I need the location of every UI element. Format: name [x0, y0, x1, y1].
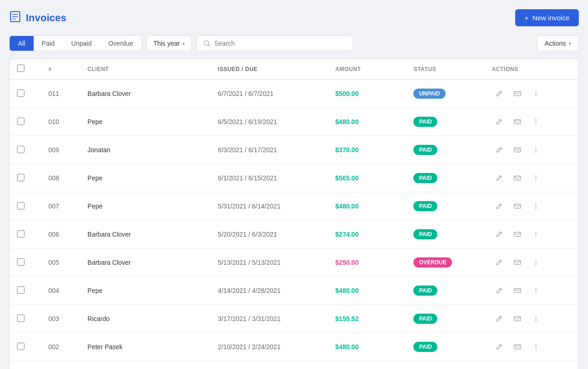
col-status: STATUS [406, 59, 484, 79]
svg-point-8 [535, 91, 536, 92]
edit-icon[interactable] [492, 311, 506, 326]
page-title: Invoices [26, 12, 66, 24]
status-badge: PAID [413, 117, 437, 127]
svg-line-46 [500, 317, 501, 318]
email-icon[interactable] [510, 199, 525, 214]
row-actions [484, 220, 578, 249]
email-icon[interactable] [510, 114, 525, 129]
edit-icon[interactable] [492, 339, 506, 354]
table-row: 005 Barbara Clover 5/13/2021 / 5/13/2021… [10, 249, 578, 277]
row-checkbox[interactable] [17, 258, 24, 266]
email-icon[interactable] [510, 143, 525, 157]
row-checkbox[interactable] [17, 343, 24, 350]
svg-line-51 [500, 345, 501, 346]
row-dates: 6/3/2021 / 6/17/2021 [211, 136, 328, 164]
edit-icon[interactable] [492, 255, 506, 270]
table-row: 008 Pepe 6/1/2021 / 6/15/2021 $565.00 PA… [10, 164, 578, 192]
edit-icon[interactable] [492, 227, 506, 242]
row-checkbox[interactable] [17, 230, 24, 238]
tab-unpaid[interactable]: Unpaid [63, 36, 100, 51]
tab-paid[interactable]: Paid [34, 36, 63, 51]
edit-icon[interactable] [492, 283, 506, 298]
svg-point-24 [535, 178, 536, 179]
more-icon[interactable] [529, 86, 543, 101]
row-amount: $250.00 [328, 249, 406, 277]
row-checkbox[interactable] [17, 89, 24, 97]
svg-line-6 [500, 92, 501, 93]
more-icon[interactable] [529, 171, 543, 185]
row-checkbox[interactable] [17, 286, 24, 294]
search-input[interactable] [214, 40, 346, 47]
year-filter[interactable]: This year ▾ [147, 36, 192, 51]
row-status: PAID [406, 108, 484, 136]
row-checkbox[interactable] [17, 315, 24, 322]
select-all-checkbox[interactable] [17, 65, 24, 72]
row-actions [484, 249, 578, 277]
row-actions [484, 305, 578, 333]
tab-all[interactable]: All [10, 36, 34, 51]
table-row: 001 Jonatan 1/7/2021 / 1/21/2021 $130.00… [10, 361, 578, 369]
actions-button[interactable]: Actions ▾ [537, 36, 579, 51]
edit-icon[interactable] [492, 86, 506, 101]
email-icon[interactable] [510, 255, 525, 270]
more-icon[interactable] [529, 199, 543, 214]
row-client: Pepe [80, 164, 211, 192]
invoices-icon [9, 11, 21, 25]
table-row: 003 Ricardo 3/17/2021 / 3/31/2021 $155.5… [10, 305, 578, 333]
edit-icon[interactable] [492, 143, 506, 157]
row-checkbox[interactable] [17, 118, 24, 125]
status-badge: PAID [413, 173, 437, 183]
col-num: # [41, 59, 80, 79]
email-icon[interactable] [510, 86, 525, 101]
more-icon[interactable] [529, 227, 543, 242]
row-dates: 2/10/2021 / 2/24/2021 [211, 333, 328, 361]
row-amount: $480.00 [328, 333, 406, 361]
status-badge: PAID [413, 201, 437, 211]
svg-point-49 [535, 318, 536, 319]
svg-point-43 [535, 288, 536, 289]
more-icon[interactable] [529, 255, 543, 270]
more-icon[interactable] [529, 311, 543, 326]
more-icon[interactable] [529, 143, 543, 157]
table-row: 010 Pepe 6/5/2021 / 6/19/2021 $480.00 PA… [10, 108, 578, 136]
search-icon [203, 40, 211, 47]
svg-point-54 [535, 346, 536, 347]
status-badge: PAID [413, 229, 437, 239]
row-checkbox[interactable] [17, 146, 24, 153]
table-row: 009 Jonatan 6/3/2021 / 6/17/2021 $370.00… [10, 136, 578, 164]
row-client: Jonatan [80, 136, 211, 164]
svg-point-34 [535, 234, 536, 235]
row-num: 009 [41, 136, 80, 164]
row-dates: 6/7/2021 / 6/7/2021 [211, 79, 328, 108]
row-checkbox[interactable] [17, 174, 24, 181]
more-icon[interactable] [529, 339, 543, 354]
more-icon[interactable] [529, 114, 543, 129]
svg-point-23 [535, 175, 536, 176]
svg-line-5 [208, 45, 210, 47]
new-invoice-button[interactable]: + New invoice [515, 9, 579, 26]
row-status: PAID [406, 164, 484, 192]
svg-line-16 [500, 148, 501, 149]
status-badge: PAID [413, 314, 437, 324]
svg-point-15 [535, 123, 536, 124]
row-checkbox[interactable] [17, 202, 24, 209]
svg-point-28 [535, 203, 536, 204]
edit-icon[interactable] [492, 114, 506, 129]
tab-overdue[interactable]: Overdue [100, 36, 141, 51]
email-icon[interactable] [510, 227, 525, 242]
edit-icon[interactable] [492, 199, 506, 214]
email-icon[interactable] [510, 311, 525, 326]
email-icon[interactable] [510, 283, 525, 298]
edit-icon[interactable] [492, 171, 506, 185]
svg-line-41 [500, 289, 501, 290]
row-dates: 6/5/2021 / 6/19/2021 [211, 108, 328, 136]
more-icon[interactable] [529, 283, 543, 298]
row-client: Jonatan [80, 361, 211, 369]
row-amount: $274.00 [328, 220, 406, 249]
svg-line-26 [500, 204, 501, 206]
email-icon[interactable] [510, 171, 525, 185]
row-num: 007 [41, 192, 80, 220]
email-icon[interactable] [510, 339, 525, 354]
row-num: 011 [41, 79, 80, 108]
row-dates: 5/20/2021 / 6/3/2021 [211, 220, 328, 249]
